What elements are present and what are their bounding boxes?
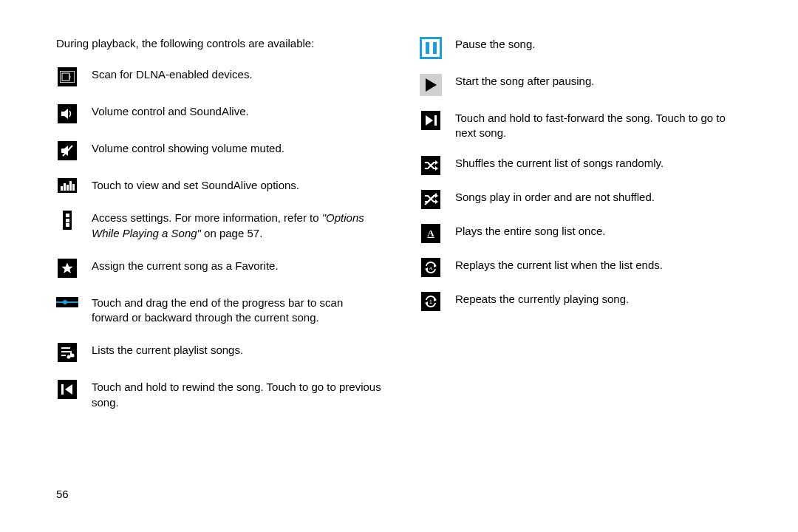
control-desc: Assign the current song as a Favorite. xyxy=(92,259,383,273)
control-row: Touch and hold to rewind the song. Touch… xyxy=(56,380,383,410)
control-row: Touch and drag the end of the progress b… xyxy=(56,296,383,326)
control-desc: Access settings. For more information, r… xyxy=(92,211,383,241)
svg-point-11 xyxy=(71,354,75,358)
favorite-star-icon xyxy=(58,259,77,278)
repeat-one-icon: 1 xyxy=(421,292,440,311)
control-desc: Scan for DLNA-enabled devices. xyxy=(92,67,383,82)
desc-prefix: Access settings. For more information, r… xyxy=(92,211,322,224)
control-desc: Shuffles the current list of songs rando… xyxy=(455,156,746,171)
svg-marker-15 xyxy=(426,115,433,126)
play-once-icon: A xyxy=(421,224,440,243)
equalizer-icon xyxy=(58,178,77,193)
svg-rect-13 xyxy=(61,384,64,395)
svg-rect-16 xyxy=(434,115,437,126)
control-row: Touch and hold to fast-forward the song.… xyxy=(420,111,746,141)
control-row: Touch to view and set SoundAlive options… xyxy=(56,178,383,193)
control-row: Songs play in order and are not shuffled… xyxy=(420,190,746,209)
svg-rect-1 xyxy=(62,73,69,81)
intro-text: During playback, the following controls … xyxy=(56,37,383,50)
control-row: 1 Repeats the currently playing song. xyxy=(420,292,746,311)
shuffle-off-icon xyxy=(421,190,440,209)
control-desc: Songs play in order and are not shuffled… xyxy=(455,190,746,205)
control-desc: Touch and drag the end of the progress b… xyxy=(92,296,383,326)
control-desc: Touch and hold to fast-forward the song.… xyxy=(455,111,746,141)
playlist-icon xyxy=(58,343,77,362)
control-row: Shuffles the current list of songs rando… xyxy=(420,156,746,175)
control-row: Scan for DLNA-enabled devices. xyxy=(56,67,383,86)
svg-point-9 xyxy=(67,355,71,359)
volume-muted-icon xyxy=(58,141,77,160)
progress-bar-icon xyxy=(56,297,78,307)
control-desc: Volume control and SoundAlive. xyxy=(92,104,383,119)
control-row: A Replays the current list when the list… xyxy=(420,258,746,277)
control-row: Pause the song. xyxy=(420,37,746,59)
svg-marker-17 xyxy=(435,160,438,165)
control-row: Assign the current song as a Favorite. xyxy=(56,259,383,278)
control-row: Volume control and SoundAlive. xyxy=(56,104,383,123)
page-number: 56 xyxy=(56,488,69,500)
control-row: Volume control showing volume muted. xyxy=(56,141,383,160)
control-row: Lists the current playlist songs. xyxy=(56,343,383,362)
next-track-icon xyxy=(421,111,440,130)
control-desc: Plays the entire song list once. xyxy=(455,224,746,239)
svg-marker-20 xyxy=(435,200,438,204)
desc-suffix: on page 57. xyxy=(201,227,262,239)
control-desc: Lists the current playlist songs. xyxy=(92,343,383,358)
previous-track-icon xyxy=(58,380,77,399)
shuffle-on-icon xyxy=(421,156,440,175)
control-desc: Replays the current list when the list e… xyxy=(455,258,746,273)
play-icon xyxy=(420,74,442,96)
control-desc: Touch and hold to rewind the song. Touch… xyxy=(92,380,383,410)
control-desc: Volume control showing volume muted. xyxy=(92,141,383,156)
svg-text:1: 1 xyxy=(429,299,432,304)
control-row: A Plays the entire song list once. xyxy=(420,224,746,243)
pause-icon xyxy=(420,37,442,59)
control-desc: Pause the song. xyxy=(455,37,746,52)
control-desc: Touch to view and set SoundAlive options… xyxy=(92,178,383,193)
svg-marker-18 xyxy=(435,166,438,171)
control-row: Start the song after pausing. xyxy=(420,74,746,96)
repeat-all-icon: A xyxy=(421,258,440,277)
control-desc: Repeats the currently playing song. xyxy=(455,292,746,307)
control-row: Access settings. For more information, r… xyxy=(56,211,383,241)
manual-page: During playback, the following controls … xyxy=(0,0,798,443)
right-column: Pause the song. Start the song after pau… xyxy=(420,37,746,428)
volume-icon xyxy=(58,104,77,123)
control-desc: Start the song after pausing. xyxy=(455,74,746,89)
svg-marker-5 xyxy=(62,262,73,273)
svg-marker-2 xyxy=(61,109,68,119)
svg-text:A: A xyxy=(429,265,432,271)
svg-marker-14 xyxy=(65,384,72,395)
settings-dots-icon xyxy=(63,211,72,230)
left-column: During playback, the following controls … xyxy=(56,37,383,428)
dlna-scan-icon xyxy=(58,67,77,86)
